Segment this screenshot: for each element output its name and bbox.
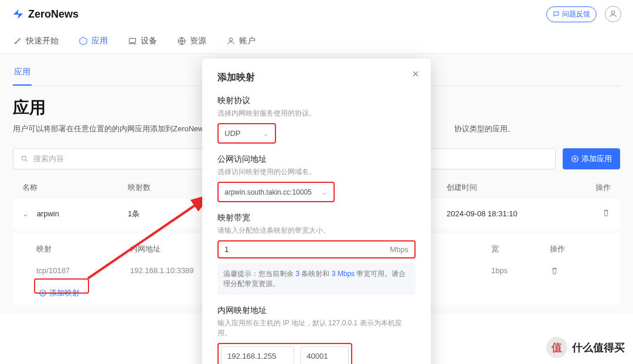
bandwidth-input[interactable]: 1 Mbps — [217, 240, 416, 258]
add-mapping-modal: 添加映射 映射协议 选择内网映射服务使用的协议。 UDP ⌄ 公网访问地址 选择… — [202, 59, 431, 364]
port-input[interactable]: 40001 — [300, 346, 349, 364]
tip-n2: 3 Mbps — [332, 270, 355, 278]
public-domain-select[interactable]: arpwin.south.takin.cc:10005 ⌄ — [217, 182, 335, 202]
protocol-select[interactable]: UDP ⌄ — [217, 123, 276, 144]
protocol-hint: 选择内网映射服务使用的协议。 — [217, 108, 416, 118]
chevron-down-icon: ⌄ — [321, 188, 328, 196]
modal-title: 添加映射 — [217, 72, 416, 84]
field-public-address: 公网访问地址 选择访问映射使用的公网域名。 arpwin.south.takin… — [217, 154, 416, 202]
tip-b: 条映射和 — [300, 270, 332, 278]
intranet-hint: 输入应用所在主机的 IP 地址，默认 127.0.0.1 表示为本机应用。 — [217, 318, 416, 338]
ip-input[interactable]: 192.168.1.255 — [221, 346, 294, 364]
tip-a: 温馨提示：您当前剩余 — [223, 270, 295, 278]
intranet-label: 内网映射地址 — [217, 305, 416, 316]
bandwidth-value: 1 — [224, 245, 229, 254]
protocol-label: 映射协议 — [217, 96, 416, 106]
public-hint: 选择访问映射使用的公网域名。 — [217, 167, 416, 177]
watermark: 值 什么值得买 — [546, 337, 625, 358]
field-intranet-address: 内网映射地址 输入应用所在主机的 IP 地址，默认 127.0.0.1 表示为本… — [217, 305, 416, 364]
bandwidth-label: 映射带宽 — [217, 213, 416, 223]
watermark-text: 什么值得买 — [572, 341, 625, 355]
bandwidth-unit: Mbps — [390, 245, 409, 254]
chevron-down-icon: ⌄ — [263, 129, 269, 138]
bandwidth-hint: 请输入分配给这条映射的带宽大小。 — [217, 226, 416, 236]
close-icon[interactable] — [411, 69, 420, 80]
public-domain-value: arpwin.south.takin.cc:10005 — [224, 188, 312, 196]
watermark-badge: 值 — [546, 337, 567, 358]
field-bandwidth: 映射带宽 请输入分配给这条映射的带宽大小。 1 Mbps 温馨提示：您当前剩余 … — [217, 213, 416, 295]
field-protocol: 映射协议 选择内网映射服务使用的协议。 UDP ⌄ — [217, 96, 416, 144]
modal-overlay: 添加映射 映射协议 选择内网映射服务使用的协议。 UDP ⌄ 公网访问地址 选择… — [0, 0, 633, 364]
public-label: 公网访问地址 — [217, 154, 416, 165]
bandwidth-tip: 温馨提示：您当前剩余 3 条映射和 3 Mbps 带宽可用。请合理分配带宽资源。 — [217, 263, 416, 295]
protocol-value: UDP — [224, 129, 240, 138]
